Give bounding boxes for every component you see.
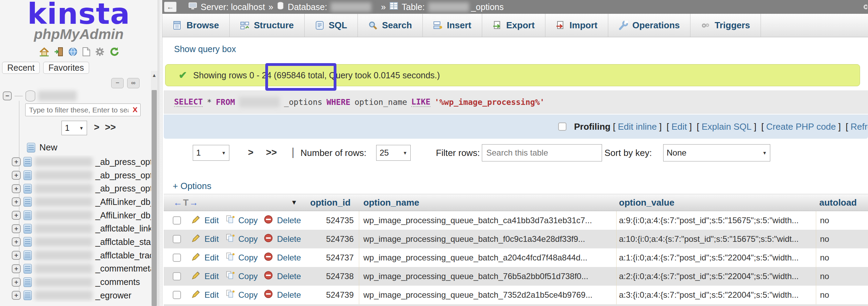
show-query-box-link[interactable]: Show query box: [174, 44, 236, 54]
table-name[interactable]: _afflctable_track: [95, 250, 151, 260]
sidebar-table-item[interactable]: + _ab_press_optir: [0, 155, 151, 169]
table-name[interactable]: _afflctable_statis: [95, 237, 151, 247]
collapse-all-icon[interactable]: −: [111, 78, 124, 88]
table-name[interactable]: _ab_press_optir: [95, 157, 151, 167]
server-tree-root[interactable]: −: [3, 90, 77, 101]
expand-plus-icon[interactable]: +: [12, 211, 21, 220]
table-name[interactable]: _AffiLinker_db_s: [95, 210, 151, 220]
link-panel-icon[interactable]: ∞: [127, 78, 140, 88]
create-php-code-link[interactable]: Create PHP code: [766, 121, 836, 132]
table-name[interactable]: _egrower: [95, 290, 131, 300]
edit-link[interactable]: Edit: [204, 272, 219, 281]
tree-next-page[interactable]: >: [94, 122, 99, 133]
new-table-item[interactable]: New: [27, 142, 57, 153]
table-search-input[interactable]: [482, 144, 602, 161]
favorites-tab[interactable]: Favorites: [43, 62, 89, 74]
sidebar-table-item[interactable]: + _commentmeta: [0, 262, 151, 276]
row-checkbox[interactable]: [173, 272, 181, 280]
rows-per-page-select[interactable]: 25 ▼: [376, 145, 411, 161]
docs-icon[interactable]: [82, 47, 90, 58]
tab-export[interactable]: Export: [482, 14, 545, 37]
tab-search[interactable]: Search: [358, 14, 423, 37]
tab-sql[interactable]: SQL: [305, 14, 358, 37]
breadcrumb-table-label[interactable]: Table:: [402, 2, 425, 12]
table-name[interactable]: _commentmeta: [95, 264, 151, 274]
globe-icon[interactable]: [68, 47, 78, 58]
delete-link[interactable]: Delete: [277, 234, 301, 244]
edit-inline-link[interactable]: Edit inline: [618, 121, 657, 132]
column-order-icons[interactable]: ←T→: [173, 197, 198, 208]
expand-plus-icon[interactable]: +: [12, 197, 21, 206]
last-page-link[interactable]: >>: [266, 147, 277, 158]
breadcrumb-server[interactable]: Server: localhost: [201, 2, 265, 12]
sidebar-table-item[interactable]: + _afflctable_statis: [0, 235, 151, 249]
next-page-link[interactable]: >: [248, 147, 254, 158]
delete-link[interactable]: Delete: [277, 290, 301, 300]
expand-plus-icon[interactable]: +: [12, 291, 21, 300]
breadcrumb-database-label[interactable]: Database:: [288, 2, 327, 12]
header-option-id[interactable]: option_id: [310, 197, 351, 208]
sidebar-scrollbar[interactable]: ▲: [151, 71, 158, 306]
recent-tab[interactable]: Recent: [2, 62, 40, 74]
sort-desc-icon[interactable]: ▼: [291, 199, 297, 206]
edit-link[interactable]: Edit: [204, 234, 219, 244]
delete-link[interactable]: Delete: [277, 253, 301, 263]
expand-plus-icon[interactable]: +: [12, 237, 21, 246]
clear-filter-button[interactable]: X: [133, 106, 137, 114]
expand-plus-icon[interactable]: +: [12, 264, 21, 273]
tab-operations[interactable]: Operations: [608, 14, 690, 37]
delete-link[interactable]: Delete: [277, 272, 301, 281]
logout-icon[interactable]: [54, 47, 64, 58]
edit-link[interactable]: Edit: [204, 253, 219, 263]
table-name[interactable]: _AffiLinker_db_s: [95, 197, 151, 207]
expand-plus-icon[interactable]: +: [12, 251, 21, 260]
copy-link[interactable]: Copy: [238, 290, 258, 300]
row-checkbox[interactable]: [173, 291, 181, 299]
tree-last-page[interactable]: >>: [105, 122, 116, 133]
tab-browse[interactable]: Browse: [162, 14, 230, 37]
refresh-icon[interactable]: [109, 47, 119, 58]
sql-keyword-like[interactable]: LIKE: [411, 97, 430, 107]
expand-plus-icon[interactable]: +: [12, 184, 21, 193]
tab-import[interactable]: Import: [545, 14, 608, 37]
sql-keyword-select[interactable]: SELECT: [174, 97, 203, 107]
row-checkbox[interactable]: [173, 235, 181, 243]
sidebar-table-item[interactable]: + _AffiLinker_db_s: [0, 209, 151, 222]
sort-key-select[interactable]: None ▼: [663, 144, 770, 161]
expand-plus-icon[interactable]: +: [12, 278, 21, 287]
right-arrow-icon[interactable]: →: [189, 197, 198, 208]
scroll-up-icon[interactable]: ▲: [151, 71, 158, 80]
console-icon[interactable]: [861, 2, 867, 8]
sidebar-table-item[interactable]: + _afflctable_link: [0, 222, 151, 235]
edit-query-link[interactable]: Edit: [671, 121, 687, 132]
tab-triggers[interactable]: Triggers: [690, 14, 761, 37]
explain-sql-link[interactable]: Explain SQL: [702, 121, 752, 132]
gear-icon[interactable]: [95, 47, 105, 58]
tab-insert[interactable]: Insert: [423, 14, 482, 37]
header-option-value[interactable]: option_value: [619, 197, 674, 208]
page-select[interactable]: 1 ▼: [193, 145, 229, 161]
copy-link[interactable]: Copy: [238, 216, 258, 225]
copy-link[interactable]: Copy: [238, 272, 258, 281]
table-name[interactable]: _ab_press_optir: [95, 170, 151, 180]
sidebar-table-item[interactable]: + _ab_press_optir: [0, 182, 151, 195]
table-name[interactable]: _comments: [95, 277, 140, 287]
back-arrow-button[interactable]: ←: [164, 2, 177, 12]
sidebar-table-item[interactable]: + _AffiLinker_db_s: [0, 195, 151, 209]
sidebar-table-item[interactable]: + _afflctable_track: [0, 249, 151, 262]
sidebar-table-item[interactable]: + _ab_press_optir: [0, 169, 151, 182]
tree-page-select[interactable]: 1 ▼: [61, 121, 87, 135]
sidebar-table-item[interactable]: + _comments: [0, 275, 151, 289]
row-checkbox[interactable]: [173, 254, 181, 262]
expand-plus-icon[interactable]: +: [12, 224, 21, 233]
home-icon[interactable]: [39, 47, 49, 58]
collapse-node-icon[interactable]: −: [3, 91, 12, 100]
expand-plus-icon[interactable]: +: [12, 157, 21, 166]
header-option-name[interactable]: option_name: [363, 197, 419, 208]
scrollbar-thumb[interactable]: [152, 90, 157, 306]
copy-link[interactable]: Copy: [238, 234, 258, 244]
tree-filter-input[interactable]: [25, 103, 141, 116]
left-arrow-icon[interactable]: ←: [173, 197, 182, 208]
delete-link[interactable]: Delete: [277, 216, 301, 225]
table-name[interactable]: _afflctable_link: [95, 224, 151, 234]
